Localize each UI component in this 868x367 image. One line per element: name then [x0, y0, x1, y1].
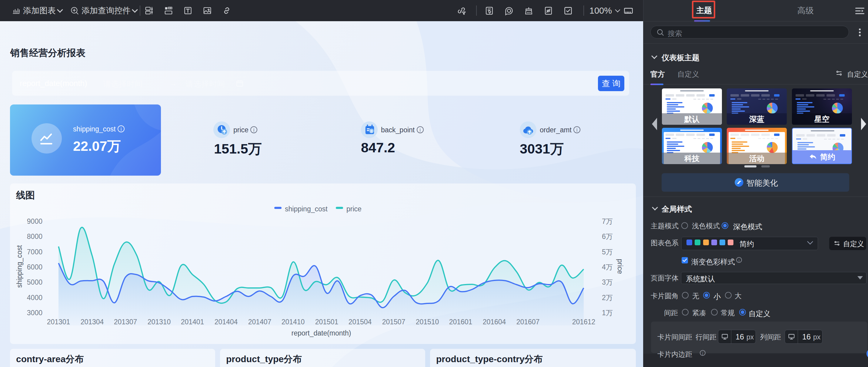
svg-text:5000: 5000	[27, 278, 42, 286]
svg-text:201504: 201504	[348, 318, 372, 326]
svg-text:201507: 201507	[382, 318, 405, 326]
svg-text:201607: 201607	[517, 318, 540, 326]
svg-text:201310: 201310	[148, 318, 171, 326]
svg-text:3万: 3万	[602, 278, 613, 286]
svg-text:4000: 4000	[27, 294, 42, 302]
svg-text:1万: 1万	[602, 309, 613, 317]
svg-text:201307: 201307	[114, 318, 137, 326]
svg-text:price: price	[346, 205, 362, 213]
svg-text:5万: 5万	[602, 248, 613, 256]
svg-text:201612: 201612	[572, 318, 595, 326]
svg-text:shipping_cost: shipping_cost	[16, 245, 23, 288]
svg-text:report_date(month): report_date(month)	[291, 329, 351, 337]
svg-text:6万: 6万	[602, 233, 613, 240]
svg-text:9000: 9000	[27, 218, 42, 225]
svg-text:201301: 201301	[47, 318, 70, 326]
svg-text:201410: 201410	[282, 318, 305, 326]
svg-text:6000: 6000	[27, 263, 42, 271]
svg-text:3000: 3000	[27, 309, 42, 317]
svg-text:201501: 201501	[315, 318, 339, 326]
svg-text:shipping_cost: shipping_cost	[285, 205, 328, 213]
svg-text:7万: 7万	[602, 218, 613, 225]
svg-text:8000: 8000	[27, 233, 42, 240]
svg-text:201604: 201604	[483, 318, 506, 326]
svg-text:2万: 2万	[602, 294, 613, 302]
svg-text:4万: 4万	[602, 263, 613, 271]
svg-text:201510: 201510	[416, 318, 439, 326]
svg-text:7000: 7000	[27, 248, 42, 256]
svg-text:price: price	[616, 259, 624, 274]
svg-text:201407: 201407	[248, 318, 272, 326]
svg-text:201601: 201601	[449, 318, 472, 326]
svg-text:201401: 201401	[181, 318, 204, 326]
svg-text:201404: 201404	[215, 318, 238, 326]
svg-text:201304: 201304	[81, 318, 104, 326]
